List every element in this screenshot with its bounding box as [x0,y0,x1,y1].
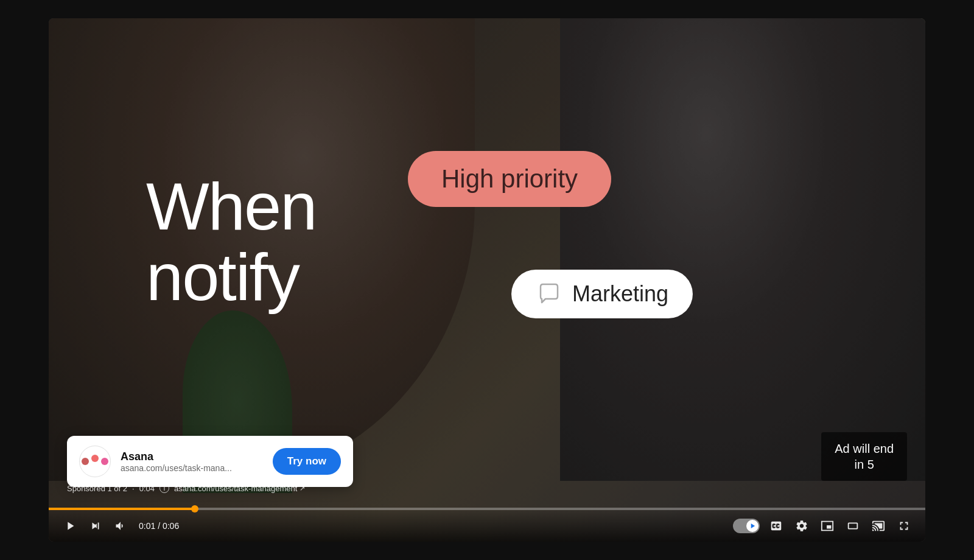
sponsored-text: Sponsored 1 of 2 [67,484,127,493]
next-icon [89,519,102,533]
asana-logo-dots [82,458,108,465]
right-controls [733,516,916,536]
volume-icon [114,520,127,532]
high-priority-pill: High priority [408,151,611,207]
ad-full-url-link[interactable]: asana.com/uses/task-management ↗ [174,484,305,493]
autoplay-toggle[interactable] [733,519,760,533]
cast-button[interactable] [867,516,890,536]
ad-logo [79,446,111,477]
marketing-pill: Marketing [511,270,693,318]
controls-bar: 0:01 / 0:06 [49,510,925,542]
ad-card: Asana asana.com/uses/task-mana... Try no… [67,436,353,487]
video-player[interactable]: When notify High priority Marketing [49,18,925,542]
play-mini-icon [748,522,757,530]
settings-icon [795,519,808,533]
info-icon[interactable]: i [159,483,169,493]
asana-dot-left [82,458,89,465]
play-button[interactable] [58,516,82,536]
main-text-overlay: When notify [146,171,316,312]
sponsored-time: 0:04 [139,484,155,493]
main-text-line2: notify [146,242,316,312]
play-icon [63,519,77,533]
asana-dot-right [101,458,108,465]
fullscreen-icon [897,519,911,533]
toggle-track[interactable] [733,519,760,533]
theater-icon [846,519,860,533]
message-icon [536,281,562,307]
asana-dot-center [91,455,99,462]
miniplayer-button[interactable] [816,516,839,536]
cc-icon [769,519,783,533]
main-text-line1: When [146,171,316,242]
ad-end-countdown: Ad will end in 5 [821,432,907,481]
settings-button[interactable] [790,516,813,536]
ad-url: asana.com/uses/task-mana... [121,463,263,473]
sponsored-duration: · [132,484,135,493]
time-display: 0:01 / 0:06 [139,521,179,531]
miniplayer-icon [821,519,834,533]
fullscreen-button[interactable] [892,516,916,536]
try-now-button[interactable]: Try now [273,448,341,475]
volume-button[interactable] [110,516,131,536]
sponsored-bar: Sponsored 1 of 2 · 0:04 i asana.com/uses… [67,483,305,493]
external-link-icon: ↗ [300,485,305,492]
cc-button[interactable] [765,516,788,536]
theater-button[interactable] [841,516,864,536]
next-button[interactable] [84,516,107,536]
toggle-knob [746,520,759,532]
ad-info: Asana asana.com/uses/task-mana... [121,450,263,473]
ad-name: Asana [121,450,263,463]
video-content: When notify High priority Marketing [49,18,925,493]
cast-icon [872,519,885,533]
